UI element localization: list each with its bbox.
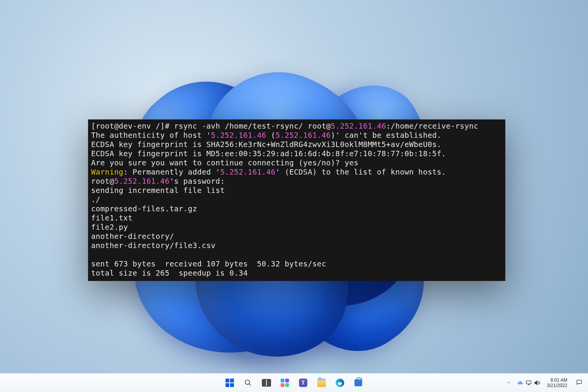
output-line: another-directory/ (91, 232, 174, 241)
output-line: ECDSA key fingerprint is SHA256:Ke3rNc+W… (91, 140, 441, 149)
taskbar-clock[interactable]: 8:01 AM 3/21/2022 (544, 377, 570, 388)
ip-address: 5.252.161.46 (276, 131, 331, 140)
widgets-icon (281, 379, 289, 387)
windows-logo-icon (225, 379, 234, 387)
chat-icon (299, 379, 307, 387)
notification-icon (576, 379, 583, 386)
system-tray[interactable] (516, 380, 542, 386)
terminal-content[interactable]: [root@dev-env /]# rsync -avh /home/test-… (91, 122, 478, 278)
output-line: ( (266, 131, 276, 140)
svg-line-1 (249, 384, 251, 385)
folder-icon (317, 379, 326, 387)
ip-address: 5.252.161.46 (331, 122, 386, 131)
output-line: root@ (91, 177, 114, 186)
clock-date: 3/21/2022 (547, 383, 567, 388)
output-line: file2.py (91, 223, 128, 232)
taskbar-right: 8:01 AM 3/21/2022 (504, 374, 586, 392)
store-icon (354, 379, 362, 386)
output-line: ./ (91, 195, 100, 204)
output-line: 's password: (170, 177, 225, 186)
notifications-button[interactable] (573, 379, 586, 387)
ip-address: 5.252.161.46 (211, 131, 266, 140)
output-line: sending incremental file list (91, 186, 225, 195)
output-line: sent 673 bytes received 107 bytes 50.32 … (91, 260, 326, 268)
ip-address: 5.252.161.46 (220, 168, 275, 176)
chevron-up-icon (506, 380, 511, 385)
terminal-window[interactable]: [root@dev-env /]# rsync -avh /home/test-… (88, 119, 505, 281)
output-line: another-directory/file3.csv (91, 241, 216, 250)
output-line: total size is 265 speedup is 0.34 (91, 269, 248, 278)
taskbar: 8:01 AM 3/21/2022 (0, 373, 588, 392)
chat-button[interactable] (296, 375, 311, 390)
widgets-button[interactable] (277, 375, 292, 390)
task-view-icon (262, 379, 271, 387)
volume-icon (534, 380, 540, 386)
ip-address: 5.252.161.46 (114, 177, 169, 186)
svg-point-0 (245, 380, 250, 385)
search-icon (244, 379, 252, 387)
clock-time: 8:01 AM (547, 377, 567, 383)
edge-icon (336, 379, 344, 387)
edge-button[interactable] (332, 375, 348, 390)
prompt: [root@dev-env /]# (91, 122, 174, 131)
output-line: The authenticity of host ' (91, 131, 211, 140)
output-line: ' (ECDSA) to the list of known hosts. (276, 168, 446, 176)
start-button[interactable] (222, 375, 237, 390)
output-line: Are you sure you want to continue connec… (91, 158, 358, 167)
svg-rect-2 (526, 381, 531, 384)
taskbar-center (222, 374, 366, 392)
output-line: file1.txt (91, 214, 132, 222)
onedrive-icon (517, 380, 523, 386)
file-explorer-button[interactable] (314, 375, 329, 390)
search-button[interactable] (240, 375, 256, 390)
tray-chevron-button[interactable] (504, 380, 513, 386)
cmd-text: rsync -avh /home/test-rsync/ root@ (174, 122, 331, 131)
cmd-text-2: :/home/receive-rsync (386, 122, 479, 131)
output-line: ECDSA key fingerprint is MD5:ee:00:35:29… (91, 149, 446, 158)
task-view-button[interactable] (259, 375, 274, 390)
output-line: )' can't be established. (331, 131, 441, 140)
network-icon (526, 380, 532, 386)
store-button[interactable] (351, 375, 366, 390)
svg-marker-5 (535, 381, 537, 385)
warning-label: Warning (91, 168, 123, 176)
output-line: : Permanently added ' (123, 168, 220, 176)
output-line: compressed-files.tar.gz (91, 204, 197, 213)
